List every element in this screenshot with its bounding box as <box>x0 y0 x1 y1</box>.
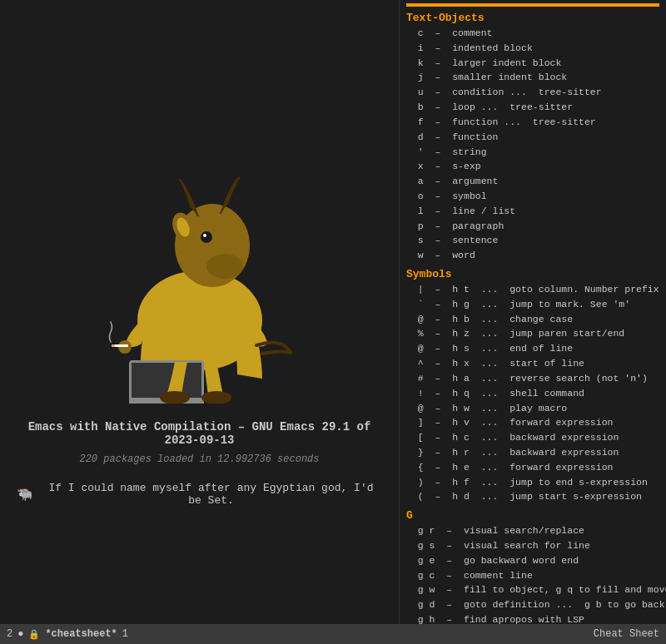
gnu-mascot <box>83 137 316 404</box>
list-item: a – argument <box>406 174 659 189</box>
left-panel: Emacs with Native Compilation – GNU Emac… <box>0 0 400 644</box>
list-item: p – paragraph <box>406 219 659 234</box>
list-item: i – indented block <box>406 41 659 56</box>
list-item: u – condition ... tree-sitter <box>406 85 659 100</box>
list-item: x – s-exp <box>406 159 659 174</box>
list-item: k – larger indent block <box>406 56 659 71</box>
list-item: @ – h w ... play macro <box>406 401 659 416</box>
list-item: g c – comment line <box>406 568 659 583</box>
list-item: @ – h b ... change case <box>406 312 659 327</box>
list-item: [ – h c ... backward expression <box>406 430 659 445</box>
list-item: l – line / list <box>406 204 659 219</box>
list-item: % – h z ... jump paren start/end <box>406 326 659 341</box>
right-panel[interactable]: Text-Objects c – comment i – indented bl… <box>400 0 666 644</box>
list-item: s – sentence <box>406 233 659 248</box>
svg-point-3 <box>201 231 212 243</box>
section-title-textobjects: Text-Objects <box>406 12 659 24</box>
list-item: g s – visual search for line <box>406 538 659 553</box>
gnu-face-icon: 🐃 <box>17 486 33 503</box>
list-item: b – loop ... tree-sitter <box>406 100 659 115</box>
list-item: g d – goto definition ... g b to go back <box>406 597 659 612</box>
list-item: ( – h d ... jump start s-expression <box>406 489 659 504</box>
list-item: @ – h s ... end of line <box>406 341 659 356</box>
list-item: j – smaller indent block <box>406 70 659 85</box>
quote-line: 🐃 If I could name myself after any Egypt… <box>17 482 382 507</box>
bar-num: 2 <box>7 628 12 640</box>
bar-dot-icon: ● <box>17 628 23 640</box>
quote-text: If I could name myself after any Egyptia… <box>40 482 382 507</box>
packages-loaded: 220 packages loaded in 12.992736 seconds <box>79 453 319 465</box>
list-item: c – comment <box>406 26 659 41</box>
list-item: | – h t ... goto column. Number prefix <box>406 282 659 297</box>
svg-rect-14 <box>113 344 128 347</box>
list-item: w – word <box>406 248 659 263</box>
section-title-g: G <box>406 509 659 522</box>
list-item: ' – string <box>406 145 659 160</box>
bar-filename: *cheatsheet* <box>45 628 117 640</box>
svg-point-13 <box>201 391 231 404</box>
list-item: ` – h g ... jump to mark. See 'm' <box>406 297 659 312</box>
list-item: g e – go backward word end <box>406 553 659 568</box>
section-title-symbols: Symbols <box>406 268 659 280</box>
list-item: o – symbol <box>406 189 659 204</box>
list-item: { – h e ... forward expression <box>406 460 659 475</box>
svg-point-4 <box>203 234 206 237</box>
top-accent-bar <box>406 3 659 7</box>
svg-rect-15 <box>112 344 115 347</box>
emacs-title: Emacs with Native Compilation – GNU Emac… <box>17 420 382 447</box>
list-item: ^ – h x ... start of line <box>406 356 659 371</box>
bar-right-label: Cheat Sheet <box>594 628 659 640</box>
list-item: ! – h q ... shell command <box>406 386 659 401</box>
list-item: g w – fill to object, g q to fill and mo… <box>406 582 659 597</box>
list-item: # – h a ... reverse search (not 'n') <box>406 371 659 386</box>
list-item: g r – visual search/replace <box>406 523 659 538</box>
svg-point-2 <box>206 254 243 279</box>
bar-num2: 1 <box>122 628 128 640</box>
status-bar: 2 ● 🔒 *cheatsheet* 1 Cheat Sheet <box>0 624 666 644</box>
list-item: ] – h v ... forward expression <box>406 415 659 430</box>
list-item: d – function <box>406 130 659 145</box>
list-item: f – function ... tree-sitter <box>406 115 659 130</box>
bar-lock-icon: 🔒 <box>28 629 40 640</box>
list-item: ) – h f ... jump to end s-expression <box>406 475 659 490</box>
list-item: } – h r ... backward expression <box>406 445 659 460</box>
